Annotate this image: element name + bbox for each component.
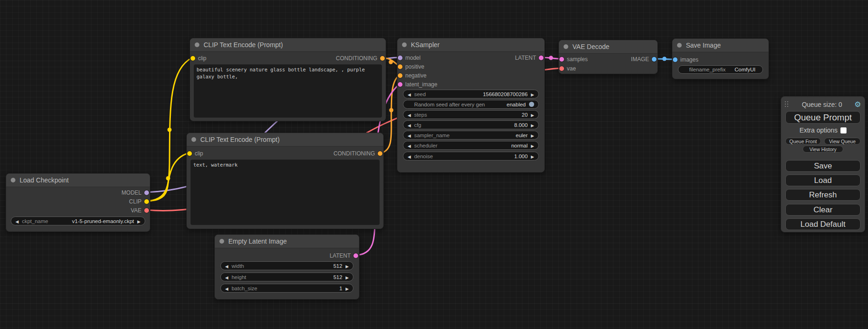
cfg-widget[interactable]: cfg 8.000 [403, 120, 539, 129]
clear-button[interactable]: Clear [785, 204, 861, 216]
decrement-arrow-icon[interactable] [225, 286, 228, 291]
positive-prompt-textarea[interactable]: beautiful scenery nature glass bottle la… [194, 64, 382, 118]
increment-arrow-icon[interactable] [531, 133, 534, 138]
node-title-bar[interactable]: VAE Decode [559, 40, 657, 54]
latent-image-input-dot[interactable] [398, 82, 402, 87]
collapse-dot-icon[interactable] [402, 42, 407, 47]
decrement-arrow-icon[interactable] [408, 112, 411, 118]
input-slot-negative[interactable]: negative [398, 72, 426, 79]
increment-arrow-icon[interactable] [137, 218, 141, 224]
input-slot-clip[interactable]: clip [191, 55, 206, 62]
decrement-arrow-icon[interactable] [225, 263, 228, 269]
increment-arrow-icon[interactable] [346, 274, 349, 280]
node-graph-canvas[interactable]: Load Checkpoint MODEL CLIP VAE ckpt_name… [0, 0, 868, 329]
model-input-dot[interactable] [398, 56, 402, 60]
node-title-bar[interactable]: CLIP Text Encode (Prompt) [187, 133, 383, 147]
save-button[interactable]: Save [785, 160, 861, 172]
decrement-arrow-icon[interactable] [408, 154, 411, 159]
input-slot-model[interactable]: model [398, 55, 421, 61]
queue-front-button[interactable]: Queue Front [785, 138, 821, 145]
node-ksampler[interactable]: KSampler model positive negative latent_… [397, 38, 545, 173]
image-output-dot[interactable] [652, 57, 656, 62]
decrement-arrow-icon[interactable] [408, 122, 411, 128]
input-slot-positive[interactable]: positive [398, 63, 424, 70]
filename-prefix-widget[interactable]: filename_prefix ComfyUI [678, 65, 763, 74]
collapse-dot-icon[interactable] [195, 42, 199, 47]
input-slot-vae[interactable]: vae [559, 65, 576, 72]
node-empty-latent-image[interactable]: Empty Latent Image LATENT width 512 heig… [214, 234, 360, 300]
node-title-bar[interactable]: Load Checkpoint [6, 174, 150, 187]
input-slot-latent-image[interactable]: latent_image [398, 81, 438, 88]
refresh-button[interactable]: Refresh [785, 189, 861, 201]
node-vae-decode[interactable]: VAE Decode samples vae IMAGE [558, 40, 658, 74]
steps-widget[interactable]: steps 20 [403, 110, 539, 119]
clip-output-dot[interactable] [144, 199, 149, 204]
height-widget[interactable]: height 512 [220, 273, 353, 281]
denoise-widget[interactable]: denoise 1.000 [403, 152, 539, 161]
seed-widget[interactable]: seed 156680208700286 [403, 90, 539, 98]
node-clip-text-encode-negative[interactable]: CLIP Text Encode (Prompt) clip CONDITION… [186, 133, 384, 229]
queue-prompt-button[interactable]: Queue Prompt [785, 111, 861, 124]
output-slot-model[interactable]: MODEL [121, 189, 149, 196]
batch-size-widget[interactable]: batch_size 1 [220, 284, 353, 293]
clip-input-dot[interactable] [191, 56, 195, 61]
decrement-arrow-icon[interactable] [15, 218, 19, 224]
latent-output-dot[interactable] [539, 56, 543, 60]
increment-arrow-icon[interactable] [531, 154, 534, 159]
view-queue-button[interactable]: View Queue [824, 138, 861, 145]
settings-gear-icon[interactable] [854, 101, 861, 108]
ckpt-name-widget[interactable]: ckpt_name v1-5-pruned-emaonly.ckpt [11, 217, 145, 225]
load-button[interactable]: Load [785, 175, 861, 186]
positive-input-dot[interactable] [398, 64, 402, 69]
increment-arrow-icon[interactable] [531, 122, 534, 128]
conditioning-output-dot[interactable] [380, 56, 385, 61]
decrement-arrow-icon[interactable] [408, 143, 411, 148]
output-slot-conditioning[interactable]: CONDITIONING [333, 150, 382, 157]
output-slot-clip[interactable]: CLIP [129, 198, 149, 205]
load-default-button[interactable]: Load Default [785, 218, 861, 230]
input-slot-samples[interactable]: samples [559, 56, 588, 63]
node-title-bar[interactable]: Save Image [672, 39, 769, 52]
samples-input-dot[interactable] [559, 57, 564, 62]
increment-arrow-icon[interactable] [531, 112, 534, 118]
collapse-dot-icon[interactable] [219, 239, 224, 244]
output-slot-image[interactable]: IMAGE [631, 56, 656, 63]
increment-arrow-icon[interactable] [531, 143, 534, 148]
input-slot-clip[interactable]: clip [187, 150, 203, 157]
output-slot-conditioning[interactable]: CONDITIONING [336, 55, 385, 62]
node-title-bar[interactable]: KSampler [397, 38, 544, 52]
random-seed-toggle-widget[interactable]: Random seed after every gen enabled [403, 100, 539, 109]
increment-arrow-icon[interactable] [531, 91, 534, 97]
decrement-arrow-icon[interactable] [408, 91, 411, 97]
clip-input-dot[interactable] [187, 151, 192, 156]
images-input-dot[interactable] [673, 57, 677, 62]
vae-output-dot[interactable] [144, 208, 149, 213]
increment-arrow-icon[interactable] [346, 286, 349, 291]
scheduler-widget[interactable]: scheduler normal [403, 141, 539, 150]
collapse-dot-icon[interactable] [11, 178, 15, 182]
output-slot-vae[interactable]: VAE [131, 207, 149, 214]
sampler-name-widget[interactable]: sampler_name euler [403, 131, 539, 140]
node-save-image[interactable]: Save Image images filename_prefix ComfyU… [672, 38, 769, 79]
view-history-button[interactable]: View History [803, 146, 843, 153]
vae-input-dot[interactable] [559, 66, 564, 71]
node-load-checkpoint[interactable]: Load Checkpoint MODEL CLIP VAE ckpt_name… [6, 173, 150, 232]
decrement-arrow-icon[interactable] [225, 274, 228, 280]
model-output-dot[interactable] [144, 190, 149, 195]
toggle-dot-icon[interactable] [529, 102, 534, 107]
node-title-bar[interactable]: CLIP Text Encode (Prompt) [190, 38, 386, 52]
output-slot-latent[interactable]: LATENT [330, 252, 358, 259]
conditioning-output-dot[interactable] [378, 151, 382, 156]
drag-handle-icon[interactable] [785, 101, 790, 108]
node-title-bar[interactable]: Empty Latent Image [215, 235, 359, 248]
output-slot-latent[interactable]: LATENT [515, 55, 543, 61]
latent-output-dot[interactable] [353, 253, 358, 258]
negative-input-dot[interactable] [398, 73, 402, 78]
node-clip-text-encode-positive[interactable]: CLIP Text Encode (Prompt) clip CONDITION… [190, 38, 386, 121]
collapse-dot-icon[interactable] [564, 44, 568, 49]
decrement-arrow-icon[interactable] [408, 133, 411, 138]
negative-prompt-textarea[interactable]: text, watermark [191, 160, 380, 225]
input-slot-images[interactable]: images [673, 56, 699, 63]
collapse-dot-icon[interactable] [677, 43, 682, 48]
increment-arrow-icon[interactable] [346, 263, 349, 269]
